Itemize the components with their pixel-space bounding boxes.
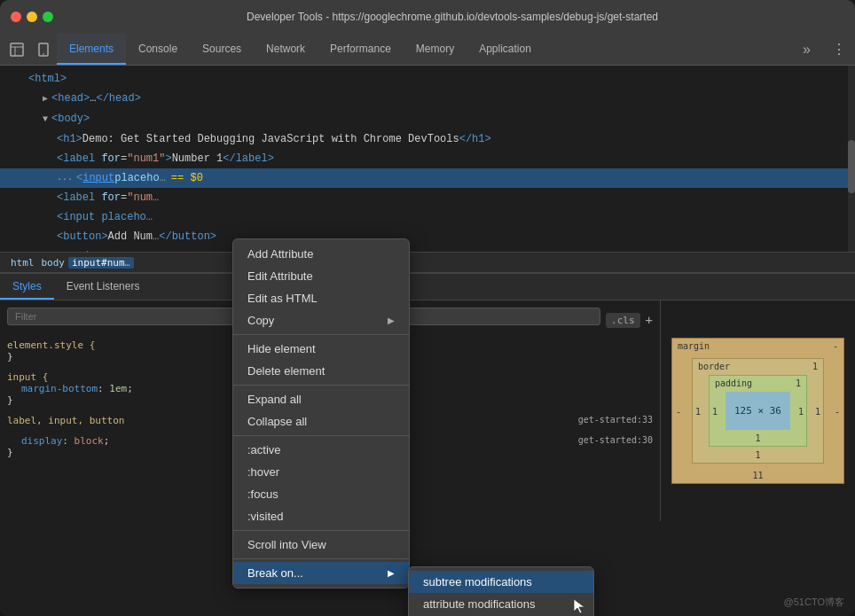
- ctx-edit-html[interactable]: Edit as HTML: [233, 287, 409, 309]
- dom-line-label1: <label for="num1">Number 1</label>: [0, 149, 855, 168]
- ctx-visited[interactable]: :visited: [233, 505, 409, 527]
- ctx-hide-element[interactable]: Hide element: [233, 338, 409, 360]
- devtools-content: <html> ▶<head>…</head> ▼<body> <h1>Demo:…: [0, 66, 855, 616]
- ctx-break-arrow: ▶: [388, 568, 395, 578]
- box-model: margin - 11 - - border 1 1 1 1: [671, 338, 844, 484]
- margin-left-val: -: [676, 406, 681, 416]
- padding-bottom-val: 1: [755, 433, 760, 443]
- ctx-add-attribute[interactable]: Add Attribute: [233, 243, 409, 265]
- breadcrumb-body[interactable]: body: [38, 257, 69, 269]
- context-menu: Add Attribute Edit Attribute Edit as HTM…: [232, 238, 410, 589]
- padding-top-val: 1: [796, 378, 801, 388]
- padding-left-val: 1: [712, 406, 718, 416]
- context-submenu-break: subtree modifications attribute modifica…: [408, 566, 594, 616]
- ctx-focus[interactable]: :focus: [233, 483, 409, 505]
- tab-application[interactable]: Application: [467, 34, 544, 65]
- bottom-panel: Styles Event Listeners .cls +: [0, 273, 855, 521]
- device-icon[interactable]: [30, 34, 57, 65]
- ctx-subtree-modifications[interactable]: subtree modifications: [409, 571, 593, 593]
- add-style-button[interactable]: +: [646, 313, 653, 327]
- border-left-val: 1: [695, 406, 701, 416]
- dom-line-html: <html>: [0, 69, 855, 89]
- close-button[interactable]: [11, 12, 21, 22]
- border-label: border: [698, 362, 730, 371]
- ctx-copy-arrow: ▶: [388, 316, 395, 325]
- dom-line-button: <button>Add Num…</button>: [0, 227, 855, 246]
- mouse-cursor: [572, 597, 586, 615]
- dom-line-input2: <input placeho…: [0, 207, 855, 227]
- ctx-delete-element[interactable]: Delete element: [233, 360, 409, 382]
- dom-line-p: <p></p>: [0, 246, 855, 252]
- tab-elements[interactable]: Elements: [57, 34, 126, 65]
- dom-line-label2: <label for="num…: [0, 188, 855, 207]
- breadcrumb-input[interactable]: input#num…: [68, 257, 134, 269]
- settings-icon[interactable]: ⋮: [823, 34, 855, 65]
- svg-rect-0: [11, 43, 23, 56]
- maximize-button[interactable]: [43, 12, 53, 22]
- titlebar: Developer Tools - https://googlechrome.g…: [0, 0, 855, 34]
- ctx-edit-attribute[interactable]: Edit Attribute: [233, 265, 409, 287]
- ctx-sep-3: [233, 435, 409, 436]
- tab-styles[interactable]: Styles: [0, 274, 54, 300]
- window-title: Developer Tools - https://googlechrome.g…: [60, 11, 844, 23]
- tab-network[interactable]: Network: [254, 34, 318, 65]
- margin-label: margin: [678, 341, 710, 351]
- ctx-sep-1: [233, 334, 409, 335]
- ctx-hover[interactable]: :hover: [233, 461, 409, 483]
- margin-right-val: -: [835, 406, 840, 416]
- dom-scrollbar[interactable]: [848, 66, 855, 252]
- border-box: border 1 1 1 1 padding 1 1 1: [692, 358, 824, 464]
- svg-point-4: [43, 53, 44, 55]
- ctx-scroll-into-view[interactable]: Scroll into View: [233, 534, 409, 556]
- bottom-content: .cls + element.style { } input { margin-…: [0, 300, 855, 521]
- ctx-sep-5: [233, 558, 409, 559]
- tab-memory[interactable]: Memory: [404, 34, 467, 65]
- ctx-copy[interactable]: Copy ▶: [233, 309, 409, 331]
- tab-console[interactable]: Console: [126, 34, 190, 65]
- ctx-sep-2: [233, 385, 409, 386]
- devtools-window: Developer Tools - https://googlechrome.g…: [0, 0, 855, 616]
- border-right-val: 1: [815, 406, 820, 416]
- cls-button[interactable]: .cls: [606, 313, 640, 328]
- box-model-panel: margin - 11 - - border 1 1 1 1: [660, 300, 855, 521]
- scrollbar-thumb[interactable]: [848, 140, 855, 193]
- traffic-lights: [11, 12, 53, 22]
- content-box: 125 × 36: [726, 392, 790, 430]
- watermark: @51CTO博客: [784, 596, 844, 609]
- breadcrumb-html[interactable]: html: [7, 257, 38, 269]
- inspect-icon[interactable]: [4, 34, 30, 65]
- ctx-break-on[interactable]: Break on... ▶: [233, 562, 409, 584]
- tab-event-listeners[interactable]: Event Listeners: [54, 274, 153, 300]
- ctx-expand-all[interactable]: Expand all: [233, 388, 409, 410]
- margin-box: margin - 11 - - border 1 1 1 1: [671, 338, 844, 484]
- tab-sources[interactable]: Sources: [190, 34, 254, 65]
- tab-performance[interactable]: Performance: [318, 34, 404, 65]
- padding-right-val: 1: [798, 406, 804, 416]
- breadcrumb: html body input#num…: [0, 252, 855, 273]
- minimize-button[interactable]: [27, 12, 37, 22]
- margin-bottom-val: 11: [752, 471, 763, 480]
- content-size: 125 × 36: [734, 405, 781, 417]
- more-tabs-button[interactable]: »: [794, 34, 820, 65]
- ctx-sep-4: [233, 530, 409, 531]
- border-bottom-val: 1: [755, 450, 760, 460]
- dom-line-body: ▼<body>: [0, 109, 855, 129]
- padding-box: padding 1 1 1 1 125 × 36: [709, 375, 807, 447]
- margin-dash: -: [833, 341, 838, 351]
- dom-line-h1: <h1>Demo: Get Started Debugging JavaScri…: [0, 129, 855, 149]
- padding-label: padding: [715, 378, 752, 388]
- devtools-tab-bar: Elements Console Sources Network Perform…: [0, 34, 855, 66]
- border-top-val: 1: [812, 362, 818, 371]
- dom-panel: <html> ▶<head>…</head> ▼<body> <h1>Demo:…: [0, 66, 855, 252]
- ctx-active[interactable]: :active: [233, 439, 409, 461]
- dom-line-input-selected: ... <input placeho… == $0: [0, 168, 855, 188]
- ctx-collapse-all[interactable]: Collapse all: [233, 410, 409, 433]
- ctx-attribute-modifications[interactable]: attribute modifications: [409, 593, 593, 615]
- dom-line-head: ▶<head>…</head>: [0, 89, 855, 109]
- bottom-tab-bar: Styles Event Listeners: [0, 274, 855, 300]
